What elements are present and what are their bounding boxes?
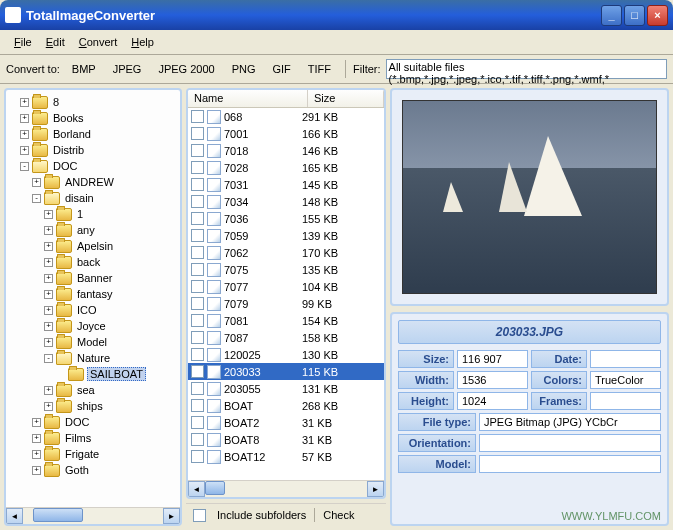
menu-file[interactable]: File [8,34,38,50]
maximize-button[interactable]: □ [624,5,645,26]
tree-node-1[interactable]: +1 [8,206,178,222]
file-row[interactable]: 7036155 KB [188,210,384,227]
tree-expander-icon[interactable]: + [44,242,53,251]
file-checkbox[interactable] [191,348,204,361]
tree-expander-icon[interactable]: + [20,146,29,155]
format-jpeg2000[interactable]: JPEG 2000 [151,59,221,79]
menu-edit[interactable]: Edit [40,34,71,50]
file-row[interactable]: BOAT231 KB [188,414,384,431]
tree-node-doc[interactable]: +DOC [8,414,178,430]
file-row[interactable]: 7062170 KB [188,244,384,261]
tree-node-goth[interactable]: +Goth [8,462,178,478]
tree-expander-icon[interactable]: + [32,434,41,443]
file-checkbox[interactable] [191,399,204,412]
file-row[interactable]: BOAT268 KB [188,397,384,414]
format-png[interactable]: PNG [225,59,263,79]
file-checkbox[interactable] [191,246,204,259]
tree-node-andrew[interactable]: +ANDREW [8,174,178,190]
file-row[interactable]: 7018146 KB [188,142,384,159]
tree-expander-icon[interactable]: + [20,130,29,139]
tree-node-disain[interactable]: -disain [8,190,178,206]
file-checkbox[interactable] [191,144,204,157]
tree-expander-icon[interactable]: + [44,258,53,267]
file-checkbox[interactable] [191,178,204,191]
scroll-left-icon[interactable]: ◄ [6,508,23,524]
tree-node-frigate[interactable]: +Frigate [8,446,178,462]
file-checkbox[interactable] [191,161,204,174]
scroll-right-icon[interactable]: ► [163,508,180,524]
tree-expander-icon[interactable]: - [20,162,29,171]
menu-help[interactable]: Help [125,34,160,50]
check-button[interactable]: Check [323,509,354,521]
tree-node-nature[interactable]: -Nature [8,350,178,366]
tree-node-films[interactable]: +Films [8,430,178,446]
minimize-button[interactable]: _ [601,5,622,26]
list-scrollbar-h[interactable]: ◄ ► [188,480,384,497]
format-bmp[interactable]: BMP [65,59,103,79]
format-gif[interactable]: GIF [266,59,298,79]
tree-node-sailboat[interactable]: SAILBOAT [8,366,178,382]
file-row[interactable]: 7081154 KB [188,312,384,329]
file-checkbox[interactable] [191,331,204,344]
tree-node-8[interactable]: +8 [8,94,178,110]
tree-node-distrib[interactable]: +Distrib [8,142,178,158]
tree-expander-icon[interactable]: + [44,322,53,331]
tree-node-joyce[interactable]: +Joyce [8,318,178,334]
scroll-thumb[interactable] [205,481,225,495]
tree-expander-icon[interactable]: + [44,306,53,315]
file-row[interactable]: 7075135 KB [188,261,384,278]
tree-expander-icon[interactable]: + [44,274,53,283]
file-checkbox[interactable] [191,229,204,242]
tree-expander-icon[interactable]: + [44,210,53,219]
tree-node-books[interactable]: +Books [8,110,178,126]
file-checkbox[interactable] [191,212,204,225]
tree-node-back[interactable]: +back [8,254,178,270]
tree-node-borland[interactable]: +Borland [8,126,178,142]
tree-expander-icon[interactable]: + [32,178,41,187]
menu-convert[interactable]: Convert [73,34,124,50]
file-row[interactable]: 7031145 KB [188,176,384,193]
file-checkbox[interactable] [191,297,204,310]
file-row[interactable]: 7034148 KB [188,193,384,210]
format-jpeg[interactable]: JPEG [106,59,149,79]
tree-expander-icon[interactable]: + [20,114,29,123]
folder-tree[interactable]: +8+Books+Borland+Distrib-DOC+ANDREW-disa… [8,94,178,502]
file-row[interactable]: 068291 KB [188,108,384,125]
file-checkbox[interactable] [191,110,204,123]
tree-node-doc[interactable]: -DOC [8,158,178,174]
tree-expander-icon[interactable]: + [44,338,53,347]
tree-node-banner[interactable]: +Banner [8,270,178,286]
tree-node-any[interactable]: +any [8,222,178,238]
file-checkbox[interactable] [191,365,204,378]
file-row[interactable]: BOAT1257 KB [188,448,384,465]
file-checkbox[interactable] [191,314,204,327]
scroll-thumb[interactable] [33,508,83,522]
file-row[interactable]: 7087158 KB [188,329,384,346]
file-row[interactable]: 7059139 KB [188,227,384,244]
file-row[interactable]: 7077104 KB [188,278,384,295]
tree-node-ships[interactable]: +ships [8,398,178,414]
tree-node-model[interactable]: +Model [8,334,178,350]
tree-node-sea[interactable]: +sea [8,382,178,398]
filter-select[interactable]: All suitable files (*.bmp,*.jpg,*.jpeg,*… [386,59,667,79]
tree-node-apelsin[interactable]: +Apelsin [8,238,178,254]
file-checkbox[interactable] [191,127,204,140]
file-checkbox[interactable] [191,433,204,446]
tree-expander-icon[interactable]: - [32,194,41,203]
tree-expander-icon[interactable]: + [20,98,29,107]
tree-expander-icon[interactable]: + [32,418,41,427]
file-row[interactable]: 120025130 KB [188,346,384,363]
scroll-right-icon[interactable]: ► [367,481,384,497]
file-row[interactable]: 203033115 KB [188,363,384,380]
tree-expander-icon[interactable]: + [44,290,53,299]
file-row[interactable]: 7001166 KB [188,125,384,142]
file-checkbox[interactable] [191,263,204,276]
include-subfolders-checkbox[interactable] [193,509,206,522]
tree-node-ico[interactable]: +ICO [8,302,178,318]
file-checkbox[interactable] [191,382,204,395]
file-checkbox[interactable] [191,450,204,463]
file-list[interactable]: 068291 KB7001166 KB7018146 KB7028165 KB7… [188,108,384,479]
tree-expander-icon[interactable]: + [32,450,41,459]
column-size[interactable]: Size [308,90,384,107]
file-checkbox[interactable] [191,195,204,208]
